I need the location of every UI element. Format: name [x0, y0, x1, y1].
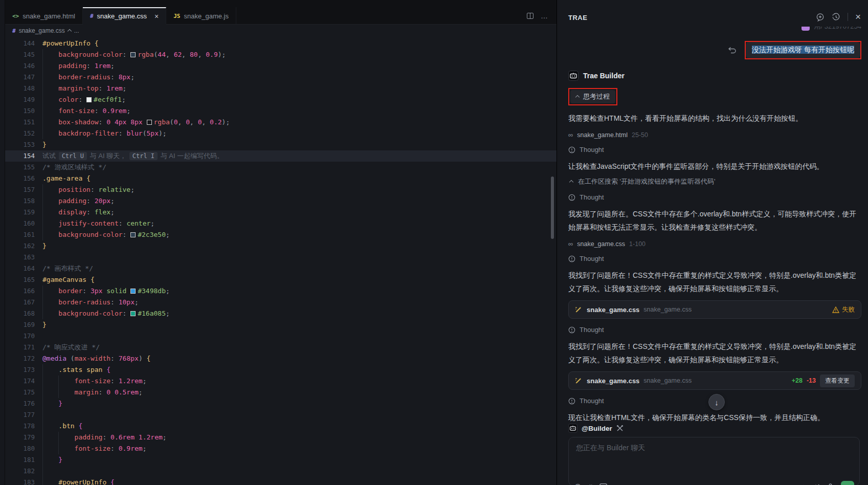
line-number: 157: [5, 184, 35, 195]
code-token: 1.2rem: [119, 377, 143, 385]
line-content: #powerUpInfo {: [42, 477, 115, 485]
chevron-right-icon: [569, 180, 573, 184]
line-content: justify-content: center;: [42, 218, 154, 229]
code-line-174: 174 font-size: 1.2rem;: [5, 376, 557, 387]
indent-guide: [42, 443, 43, 454]
resource-reference[interactable]: ∞snake_game.css1-100: [568, 240, 861, 248]
indent-guide: [42, 184, 43, 195]
split-editor-icon[interactable]: [527, 13, 533, 19]
code-token: 3px: [91, 287, 102, 295]
line-number: 158: [5, 195, 35, 207]
code-token: #gameCanvas: [42, 276, 86, 283]
code-token: :: [99, 388, 107, 396]
annotation-box-thinking: 思考过程: [568, 88, 617, 105]
undo-icon[interactable]: [728, 47, 737, 54]
line-number: 181: [5, 454, 35, 466]
model-selector[interactable]: Doubao-Seed-Code: [739, 483, 805, 485]
context-hash-icon[interactable]: #: [588, 483, 592, 485]
thought-row: Thought: [568, 193, 861, 201]
code-line-159: 159 display: flex;: [5, 207, 557, 218]
code-token: position: [42, 186, 91, 193]
history-icon[interactable]: [832, 13, 840, 21]
chevron-right-icon: [67, 29, 71, 33]
line-number: 162: [5, 240, 35, 252]
code-token: font-size: [42, 107, 95, 115]
line-content: .game-area {: [42, 173, 91, 184]
code-editor[interactable]: 144#powerUpInfo {145 background-color: r…: [5, 38, 557, 485]
code-line-182: 182: [5, 466, 557, 477]
line-number: 170: [5, 330, 35, 342]
line-content: 试试 Ctrl U 与 AI 聊天， Ctrl I 与 AI 一起编写代码。: [42, 150, 224, 162]
card-status: 失败: [832, 305, 855, 314]
code-line-169: 169}: [5, 319, 557, 330]
code-line-168: 168 background-color: #16a085;: [5, 308, 557, 319]
mention-icon[interactable]: @: [574, 483, 581, 485]
microphone-icon[interactable]: [827, 483, 834, 485]
code-token: [91, 39, 95, 47]
breadcrumb[interactable]: # snake_game.css ...: [5, 25, 79, 36]
code-token: ;: [139, 388, 143, 396]
line-number: 182: [5, 466, 35, 477]
indent-guide: [42, 105, 43, 117]
line-content: .btn {: [42, 421, 82, 432]
line-content: color: #ecf0f1;: [42, 94, 126, 105]
agent-chip[interactable]: @Builder: [568, 423, 860, 434]
view-changes-button[interactable]: 查看变更: [820, 374, 855, 387]
code-token: color: [42, 96, 78, 103]
thinking-process-toggle[interactable]: 思考过程: [570, 90, 615, 103]
scroll-to-bottom-button[interactable]: ↓: [708, 394, 725, 410]
file-edit-card[interactable]: snake_game.csssnake_game.css+28-13查看变更: [568, 371, 861, 390]
code-line-147: 147 border-radius: 8px;: [5, 72, 557, 83]
line-number: 183: [5, 477, 35, 485]
tab-snake_game.html[interactable]: <>snake_game.html: [5, 7, 83, 25]
code-line-176: 176 }: [5, 398, 557, 409]
new-chat-icon[interactable]: [816, 13, 825, 21]
thought-icon: [568, 398, 575, 405]
close-panel-icon[interactable]: ×: [855, 12, 861, 21]
close-tab-icon[interactable]: ×: [154, 13, 159, 20]
code-token: 0.9rem: [119, 445, 143, 452]
sparkle-icon[interactable]: [812, 483, 820, 485]
code-token: 与 AI 聊天，: [88, 152, 128, 160]
code-line-155: 155/* 游戏区域样式 */: [5, 162, 557, 173]
more-actions-icon[interactable]: …: [541, 12, 548, 20]
message-input[interactable]: 您正在与 Builder 聊天 @ # Doubao-Seed-Code ↑: [568, 437, 860, 485]
code-line-144: 144#powerUpInfo {: [5, 38, 557, 49]
line-number: 174: [5, 376, 35, 387]
send-button[interactable]: ↑: [841, 481, 854, 485]
editor-scrollbar[interactable]: [551, 177, 554, 239]
code-token: {: [106, 366, 110, 373]
line-number: 166: [5, 285, 35, 297]
tab-snake_game.js[interactable]: JSsnake_game.js: [166, 7, 236, 25]
tab-snake_game.css[interactable]: #snake_game.css×: [83, 7, 166, 25]
line-number: 155: [5, 162, 35, 173]
code-line-166: 166 border: 3px solid #3498db;: [5, 285, 557, 297]
tab-label: snake_game.js: [184, 12, 229, 20]
tools-icon[interactable]: [616, 425, 624, 432]
line-number: 151: [5, 117, 35, 128]
code-token: #powerUpInfo: [42, 478, 106, 485]
line-number: 177: [5, 409, 35, 421]
code-token: max-width: [75, 355, 110, 362]
code-token: rgba: [138, 51, 153, 58]
code-token: [82, 174, 86, 182]
code-token: 0.9rem: [102, 107, 126, 115]
failed-label: 失败: [842, 305, 855, 314]
code-line-180: 180 font-size: 0.9rem;: [5, 443, 557, 454]
line-number: 167: [5, 297, 35, 308]
line-content: padding: 0.6rem 1.2rem;: [42, 432, 167, 443]
code-line-163: 163: [5, 252, 557, 263]
breadcrumb-more[interactable]: ...: [74, 27, 79, 34]
workspace-search-row[interactable]: 在工作区搜索 '开始游戏按钮的事件监听器代码': [568, 177, 861, 186]
resource-reference[interactable]: ∞snake_game.html25-50: [568, 131, 861, 139]
file-edit-card[interactable]: snake_game.csssnake_game.css失败: [568, 300, 861, 319]
indent-guide: [42, 94, 43, 105]
indent-guide: [58, 432, 59, 443]
code-token: :: [110, 355, 119, 362]
code-token: ;: [110, 62, 115, 70]
code-token: blur: [126, 129, 142, 137]
indent-guide: [42, 432, 43, 443]
code-token: );: [222, 118, 230, 126]
code-token: :: [119, 129, 127, 137]
breadcrumb-file[interactable]: snake_game.css: [19, 27, 65, 34]
